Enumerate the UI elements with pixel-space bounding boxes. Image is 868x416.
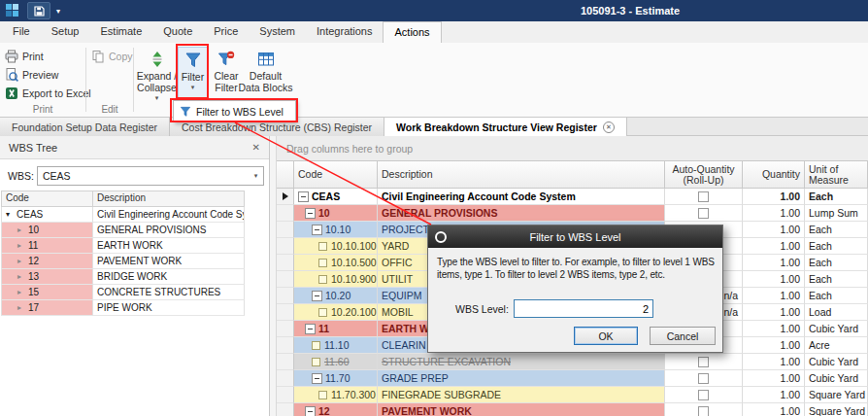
grid-row-11-70[interactable]: 11.70GRADE PREP1.00Cubic Yard <box>277 370 868 387</box>
ribbon-tab-integrations[interactable]: Integrations <box>306 21 383 43</box>
ribbon-tab-setup[interactable]: Setup <box>41 21 90 43</box>
wbs-combobox[interactable]: CEAS ▾ <box>37 166 264 186</box>
auto-quantity-checkbox[interactable] <box>698 390 709 400</box>
panel-close-icon[interactable]: ✕ <box>252 142 260 153</box>
menu-item-filter-to-wbs-level[interactable]: Filter to WBS Level <box>175 102 294 121</box>
tree-row-10[interactable]: ▸10GENERAL PROVISIONS <box>1 223 245 238</box>
expand-arrow-icon[interactable]: ▸ <box>17 288 28 296</box>
auto-quantity-checkbox[interactable] <box>698 208 709 219</box>
tree-row-15[interactable]: ▸15CONCRETE STRUCTURES <box>1 285 245 300</box>
cell-code: 10.20 <box>294 288 378 304</box>
expand-arrow-icon[interactable]: ▸ <box>17 257 28 265</box>
collapse-box-icon[interactable] <box>305 208 316 219</box>
tab-work-breakdown-structure-view-register[interactable]: Work Breakdown Structure View Register✕ <box>384 118 627 136</box>
wbs-level-input[interactable] <box>514 299 653 318</box>
ribbon-tab-price[interactable]: Price <box>203 21 249 43</box>
tab-foundation-setup-data-register[interactable]: Foundation Setup Data Register <box>0 118 170 136</box>
cancel-button[interactable]: Cancel <box>650 327 716 345</box>
auto-quantity-checkbox[interactable] <box>698 191 709 202</box>
tree-column-header-description[interactable]: Description <box>93 191 245 207</box>
tree-column-header-code[interactable]: Code <box>1 191 93 207</box>
ribbon-tab-system[interactable]: System <box>249 21 306 43</box>
cell-code: 10.10.900 <box>294 271 378 288</box>
quantity-text: 1.00 <box>781 356 800 367</box>
code-text: 11.10 <box>324 339 350 351</box>
uom-text: Cubic Yard <box>809 356 858 367</box>
dialog-title-bar[interactable]: Filter to WBS Level <box>428 225 722 248</box>
save-button[interactable] <box>27 2 50 19</box>
row-gutter <box>277 321 294 337</box>
quick-access-dropdown-icon[interactable]: ▾ <box>56 7 60 16</box>
quantity-text: 1.00 <box>781 191 800 202</box>
expand-arrow-icon[interactable]: ▸ <box>17 225 28 234</box>
row-gutter <box>277 288 294 304</box>
quantity-text: 1.00 <box>781 389 800 400</box>
description-text: Civil Engineering Account Code System <box>382 191 576 202</box>
document-tab-bar: Foundation Setup Data RegisterCost Break… <box>0 118 868 136</box>
collapse-box-icon[interactable] <box>312 225 322 235</box>
tree-row-13[interactable]: ▸13BRIDGE WORK <box>1 269 245 285</box>
preview-button[interactable]: Preview <box>5 66 85 83</box>
expand-arrow-icon[interactable]: ▸ <box>17 272 28 281</box>
tree-row-17[interactable]: ▸17PIPE WORK <box>1 300 245 316</box>
tree-row-12[interactable]: ▸12PAVEMENT WORK <box>1 254 245 269</box>
collapse-box-icon[interactable] <box>312 373 322 384</box>
auto-quantity-na-text: n/a <box>723 290 738 301</box>
ribbon-tab-estimate[interactable]: Estimate <box>89 21 152 43</box>
cell-unit-of-measure: Each <box>805 271 868 288</box>
grid-column-header-auto-quantity-roll-up[interactable]: Auto-Quantity (Roll-Up) <box>665 161 743 189</box>
auto-quantity-checkbox[interactable] <box>698 357 709 367</box>
tab-close-icon[interactable]: ✕ <box>603 121 615 133</box>
uom-text: Each <box>809 224 832 235</box>
preview-icon <box>5 68 18 82</box>
default-data-blocks-button[interactable]: DefaultData Blocks <box>244 47 287 104</box>
grid-row-ceas[interactable]: CEASCivil Engineering Account Code Syste… <box>277 189 868 205</box>
ribbon-tab-actions[interactable]: Actions <box>383 21 441 43</box>
cell-description: PAVEMENT WORK <box>378 403 665 416</box>
grid-column-header-code[interactable]: Code <box>294 161 378 189</box>
grid-row-12[interactable]: 12PAVEMENT WORK1.00Square Yard <box>277 403 868 416</box>
cell-code: 10.10 <box>294 222 378 238</box>
auto-quantity-checkbox[interactable] <box>698 373 709 384</box>
print-button[interactable]: Print <box>5 48 85 64</box>
filter-button[interactable]: Filter▾ <box>178 47 208 104</box>
cell-unit-of-measure: Each <box>805 222 868 238</box>
header-label: Description <box>382 169 660 180</box>
auto-quantity-checkbox[interactable] <box>698 406 709 416</box>
expand-arrow-icon[interactable]: ▸ <box>17 241 28 250</box>
expand-collapse-button[interactable]: Expand /Collapse▾ <box>136 47 178 104</box>
button-label: Copy <box>109 51 133 62</box>
cell-quantity: 1.00 <box>743 304 805 321</box>
copy-button[interactable]: Copy <box>91 48 133 64</box>
cell-unit-of-measure: Each <box>805 288 868 304</box>
grid-row-10[interactable]: 10GENERAL PROVISIONS1.00Lump Sum <box>277 205 868 222</box>
panel-title: WBS Tree <box>9 142 57 154</box>
expand-arrow-icon[interactable]: ▸ <box>17 303 28 312</box>
grid-column-header-unit-of-measure[interactable]: Unit of Measure <box>805 161 868 189</box>
description-text: YARD <box>382 240 409 252</box>
group-by-band[interactable]: Drag columns here to group <box>277 136 868 161</box>
code-text: 10.20 <box>325 290 351 301</box>
group-label-edit: Edit <box>86 104 133 115</box>
tree-row-11[interactable]: ▸11EARTH WORK <box>1 238 245 254</box>
clear-filter-button[interactable]: ClearFilter <box>210 47 243 104</box>
grid-row-11-70-300[interactable]: 11.70.300FINEGRADE SUBGRADE1.00Square Ya… <box>277 387 868 403</box>
quantity-text: 1.00 <box>781 290 800 301</box>
group-by-hint: Drag columns here to group <box>286 143 413 155</box>
collapse-box-icon[interactable] <box>305 406 316 416</box>
collapse-box-icon[interactable] <box>312 291 322 301</box>
ok-button[interactable]: OK <box>574 327 638 345</box>
collapse-box-icon[interactable] <box>298 191 309 202</box>
uom-text: Square Yard <box>809 405 865 416</box>
panel-splitter[interactable] <box>270 136 277 416</box>
export-to-excel-button[interactable]: Export to Excel <box>5 85 85 101</box>
collapse-box-icon[interactable] <box>305 324 316 334</box>
ribbon-tab-quote[interactable]: Quote <box>152 21 203 43</box>
grid-column-header-description[interactable]: Description <box>378 161 665 189</box>
cell-auto-quantity <box>665 370 743 387</box>
grid-column-header-quantity[interactable]: Quantity <box>743 161 805 189</box>
collapse-arrow-icon[interactable]: ▾ <box>6 210 17 219</box>
grid-row-11-60[interactable]: 11.60STRUCTURE EXCAVATION1.00Cubic Yard <box>277 354 868 370</box>
ribbon-tab-file[interactable]: File <box>2 21 41 43</box>
tree-row-ceas[interactable]: ▾CEASCivil Engineering Account Code Syst… <box>1 207 245 223</box>
